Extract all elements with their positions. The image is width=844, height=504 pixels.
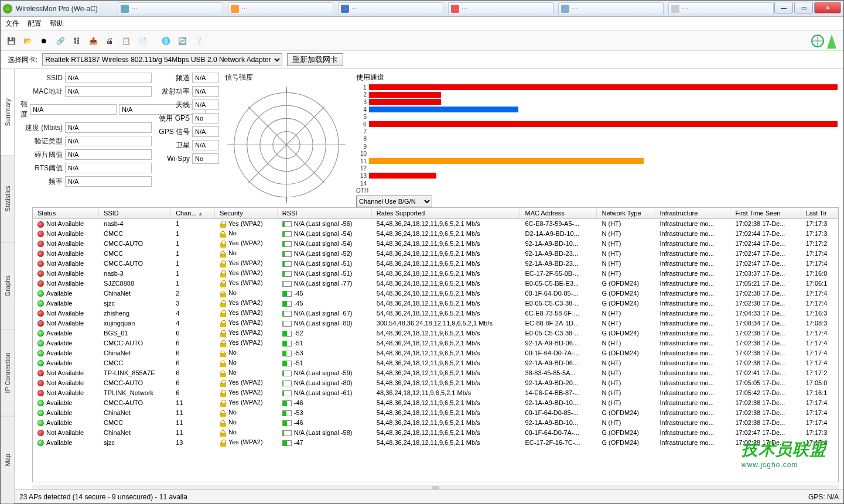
- column-header[interactable]: First Time Seen: [730, 208, 801, 219]
- clipboard-icon[interactable]: 📋: [119, 34, 133, 48]
- connect-icon[interactable]: 🔗: [53, 34, 67, 48]
- column-header[interactable]: Network Type: [597, 208, 655, 219]
- taskbar-tab[interactable]: ⋯: [668, 2, 774, 15]
- menu-file[interactable]: 文件: [5, 19, 19, 29]
- table-row[interactable]: Not Available CMCC 1 No N/A (Last signal…: [33, 229, 838, 239]
- table-row[interactable]: Not Available TPLINK_Network 6 Yes (WPA2…: [33, 388, 838, 398]
- table-row[interactable]: Available ChinaNet 6 No -53 54,48,36,24,…: [33, 348, 838, 358]
- table-row[interactable]: Available CMCC-AUTO 11 Yes (WPA2) -46 54…: [33, 398, 838, 408]
- column-header[interactable]: MAC Address: [520, 208, 597, 219]
- folder-icon[interactable]: 📂: [20, 34, 35, 48]
- column-header[interactable]: SSID: [99, 208, 171, 219]
- status-dot-icon: [37, 330, 44, 337]
- status-dot-icon: [37, 310, 44, 317]
- table-row[interactable]: Not Available TP-LINK_855A7E 6 No N/A (L…: [33, 368, 838, 378]
- column-header[interactable]: Last Tir: [801, 208, 838, 219]
- channel-use-panel: 使用通道 1234567891011121314OTH Channel Use …: [354, 73, 838, 205]
- status-dot-icon: [37, 400, 44, 406]
- taskbar-tab[interactable]: ⋯: [338, 2, 443, 15]
- column-header[interactable]: Infrastructure: [655, 208, 730, 219]
- table-row[interactable]: Not Available CMCC-AUTO 1 Yes (WPA2) N/A…: [33, 259, 838, 269]
- table-row[interactable]: Available ChinaNet 11 No -53 54,48,36,24…: [33, 408, 838, 418]
- menu-help[interactable]: 帮助: [50, 19, 64, 29]
- status-dot-icon: [37, 260, 44, 267]
- maximize-button[interactable]: ▭: [794, 2, 813, 13]
- table-row[interactable]: Not Available nasb-4 1 Yes (WPA2) N/A (L…: [33, 219, 838, 229]
- rssi-bar-icon: [282, 351, 292, 356]
- nic-selector-row: 选择网卡: Realtek RTL8187 Wireless 802.11b/g…: [1, 51, 843, 68]
- info-panel-right: 频道 发射功率 天线 使用 GPS GPS 信号 卫星 Wi-Spy: [158, 73, 219, 205]
- info-value: [65, 122, 152, 133]
- ap-grid[interactable]: StatusSSIDChan...▲SecurityRSSIRates Supp…: [32, 207, 839, 482]
- table-row[interactable]: Not Available zhisheng 4 Yes (WPA2) N/A …: [33, 308, 838, 318]
- info-value: [65, 73, 152, 83]
- close-button[interactable]: ✕: [814, 2, 841, 13]
- info-value: [192, 113, 219, 124]
- tab-map[interactable]: Map: [1, 417, 14, 503]
- refresh-icon[interactable]: 🔄: [175, 34, 189, 48]
- taskbar-tab[interactable]: ⋯: [118, 2, 223, 15]
- tab-summary[interactable]: Summary: [1, 69, 14, 156]
- table-row[interactable]: Not Available CMCC 1 No N/A (Last signal…: [33, 249, 838, 259]
- tab-graphs[interactable]: Graphs: [1, 243, 14, 330]
- rssi-bar-icon: [282, 241, 292, 247]
- unlock-icon: [220, 420, 227, 427]
- app-logo-icon: [809, 32, 838, 50]
- table-row[interactable]: Not Available CMCC-AUTO 6 Yes (WPA2) N/A…: [33, 378, 838, 388]
- table-row[interactable]: Not Available CMCC-AUTO 1 Yes (WPA2) N/A…: [33, 239, 838, 249]
- export-icon[interactable]: 📤: [86, 34, 100, 48]
- column-header[interactable]: Chan...▲: [171, 208, 215, 219]
- status-dot-icon: [37, 420, 44, 426]
- save-icon[interactable]: 💾: [4, 34, 18, 48]
- taskbar-tab[interactable]: ⋯: [448, 2, 553, 15]
- unlock-icon: [220, 350, 227, 357]
- column-header[interactable]: Status: [33, 208, 99, 219]
- rssi-bar-icon: [282, 341, 292, 347]
- nic-select[interactable]: Realtek RTL8187 Wireless 802.11b/g 54Mbp…: [42, 53, 282, 66]
- info-value: [65, 163, 152, 173]
- status-dot-icon: [37, 231, 44, 237]
- channel-number: 14: [356, 180, 369, 187]
- taskbar-tabs: ⋯ ⋯ ⋯ ⋯ ⋯ ⋯: [118, 2, 774, 15]
- disconnect-icon[interactable]: ⛓: [70, 34, 84, 48]
- unlock-icon: [220, 410, 227, 417]
- table-row[interactable]: Available sjzc 13 Yes (WPA2) -47 54,48,3…: [33, 438, 838, 448]
- print-icon[interactable]: 🖨: [102, 34, 117, 48]
- lock-icon: [220, 440, 227, 447]
- taskbar-tab[interactable]: ⋯: [228, 2, 333, 15]
- globe-icon[interactable]: 🌐: [159, 34, 173, 48]
- record-icon[interactable]: ⏺: [37, 34, 51, 48]
- notes-icon[interactable]: 📄: [135, 34, 149, 48]
- channel-mode-select[interactable]: Channel Use B/G/N: [356, 196, 432, 207]
- reload-nic-button[interactable]: 重新加载网卡: [287, 53, 343, 66]
- table-row[interactable]: Available ChinaNet 2 No -45 54,48,36,24,…: [33, 289, 838, 299]
- channel-number: 9: [356, 143, 369, 150]
- menu-config[interactable]: 配置: [28, 19, 42, 29]
- tab-statistics[interactable]: Statistics: [1, 156, 14, 242]
- table-row[interactable]: Not Available xujingquan 4 Yes (WPA2) N/…: [33, 318, 838, 328]
- table-row[interactable]: Available BGS_01 6 Yes (WPA2) -52 54,48,…: [33, 328, 838, 338]
- help-icon[interactable]: ❔: [192, 34, 206, 48]
- status-dot-icon: [37, 241, 44, 247]
- info-value: [192, 140, 219, 150]
- channel-title: 使用通道: [356, 73, 838, 83]
- minimize-button[interactable]: —: [774, 2, 793, 13]
- lock-icon: [220, 380, 227, 387]
- table-row[interactable]: Not Available ChinaNet 11 No N/A (Last s…: [33, 428, 838, 438]
- table-row[interactable]: Available CMCC 6 No -51 54,48,36,24,18,1…: [33, 358, 838, 368]
- tab-ip-connection[interactable]: IP Connection: [1, 330, 14, 416]
- taskbar-tab[interactable]: ⋯: [558, 2, 664, 15]
- horizontal-scrollbar[interactable]: [32, 485, 839, 489]
- table-row[interactable]: Not Available nasb-3 1 Yes (WPA2) N/A (L…: [33, 269, 838, 279]
- column-header[interactable]: RSSI: [277, 208, 371, 219]
- info-label: 频道: [158, 73, 190, 83]
- column-header[interactable]: Rates Supported: [371, 208, 520, 219]
- table-row[interactable]: Available sjzc 3 Yes (WPA2) -45 54,48,36…: [33, 299, 838, 308]
- table-row[interactable]: Available CMCC-AUTO 6 Yes (WPA2) -51 54,…: [33, 338, 838, 348]
- table-row[interactable]: Available CMCC 11 No -46 54,48,36,24,18,…: [33, 418, 838, 428]
- table-row[interactable]: Not Available SJZC8888 1 Yes (WPA2) N/A …: [33, 279, 838, 289]
- info-label: 发射功率: [158, 87, 190, 97]
- channel-number: 8: [356, 136, 369, 142]
- column-header[interactable]: Security: [214, 208, 277, 219]
- rssi-bar-icon: [282, 400, 292, 406]
